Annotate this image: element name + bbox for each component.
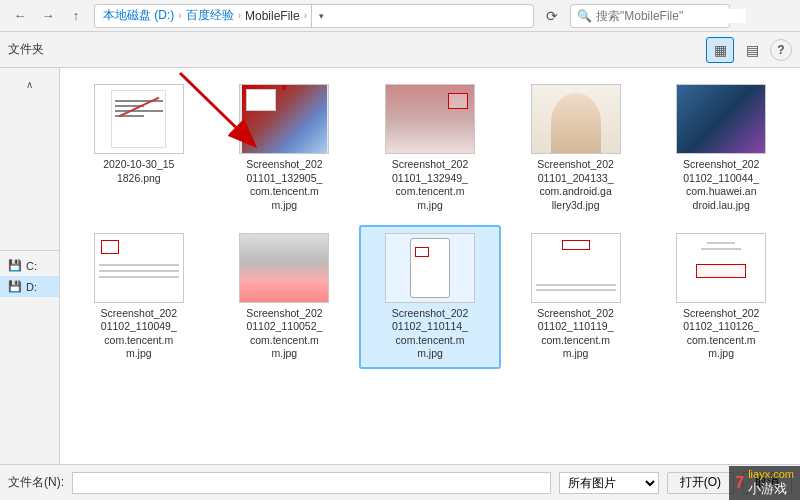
thumb-red-box bbox=[696, 264, 746, 278]
thumb-content-bottom bbox=[536, 281, 616, 294]
thumb-line bbox=[99, 264, 179, 266]
watermark-number: 7 bbox=[735, 474, 744, 492]
sidebar-divider bbox=[0, 250, 59, 251]
back-button[interactable]: ← bbox=[8, 4, 32, 28]
breadcrumb-mobilefile: MobileFile bbox=[245, 9, 300, 23]
thumb-mobile bbox=[410, 238, 450, 298]
file-name: Screenshot_20201101_132905_com.tencent.m… bbox=[246, 158, 322, 213]
thumb-content bbox=[677, 85, 765, 153]
sidebar-drive-d[interactable]: 💾 D: bbox=[0, 276, 59, 297]
file-thumbnail bbox=[94, 233, 184, 303]
sidebar-drive-c[interactable]: 💾 C: bbox=[0, 255, 59, 276]
thumb-white-box bbox=[246, 89, 276, 111]
toolbar-right: ▦ ▤ ? bbox=[706, 37, 792, 63]
thumb-red-rect bbox=[448, 93, 468, 109]
watermark-label: 小游戏 bbox=[748, 481, 787, 496]
file-item[interactable]: Screenshot_20201101_132905_com.tencent.m… bbox=[214, 76, 356, 221]
thumb-person bbox=[532, 85, 620, 153]
thumb-inner bbox=[386, 234, 474, 302]
filetype-select[interactable]: 所有图片 bbox=[559, 472, 659, 494]
search-box: 🔍 bbox=[570, 4, 730, 28]
drive-d-icon: 💾 bbox=[8, 280, 22, 293]
toolbar: 文件夹 ▦ ▤ ? bbox=[0, 32, 800, 68]
file-item[interactable]: Screenshot_20201101_132949_com.tencent.m… bbox=[359, 76, 501, 221]
thumb-inner bbox=[532, 234, 620, 302]
text-line bbox=[115, 110, 163, 112]
thumb-line bbox=[99, 270, 179, 272]
breadcrumb-localdisk[interactable]: 本地磁盘 (D:) bbox=[103, 7, 174, 24]
breadcrumb-sep-1: › bbox=[178, 10, 181, 21]
file-name: Screenshot_20201102_110044_com.huawei.an… bbox=[683, 158, 759, 213]
file-thumbnail bbox=[385, 233, 475, 303]
breadcrumb-sep-2: › bbox=[238, 10, 241, 21]
thumb-text-lines bbox=[115, 97, 163, 120]
file-item[interactable]: Screenshot_20201102_110114_com.tencent.m… bbox=[359, 225, 501, 370]
forward-button[interactable]: → bbox=[36, 4, 60, 28]
up-button[interactable]: ↑ bbox=[64, 4, 88, 28]
thumb-red-box bbox=[101, 240, 119, 254]
thumb-lines bbox=[99, 260, 179, 282]
search-icon: 🔍 bbox=[577, 9, 592, 23]
watermark-site: liayx.com bbox=[748, 468, 794, 480]
drive-c-icon: 💾 bbox=[8, 259, 22, 272]
file-thumbnail bbox=[531, 233, 621, 303]
breadcrumb[interactable]: 本地磁盘 (D:) › 百度经验 › MobileFile › ▾ bbox=[94, 4, 534, 28]
thumb-red-box bbox=[415, 247, 429, 257]
file-item[interactable]: Screenshot_20201102_110044_com.huawei.an… bbox=[650, 76, 792, 221]
file-name: Screenshot_20201102_110119_com.tencent.m… bbox=[537, 307, 613, 362]
thumb-line bbox=[99, 276, 179, 278]
search-input[interactable] bbox=[596, 9, 746, 23]
text-line bbox=[115, 100, 163, 102]
open-button[interactable]: 打开(O) bbox=[667, 472, 734, 494]
view-list-button[interactable]: ▤ bbox=[738, 37, 766, 63]
thumb-inner bbox=[95, 234, 183, 302]
thumb-red-box bbox=[562, 240, 590, 250]
main-content: ∧ 💾 C: 💾 D: bbox=[0, 68, 800, 464]
sidebar: ∧ 💾 C: 💾 D: bbox=[0, 68, 60, 464]
file-name: Screenshot_20201102_110052_com.tencent.m… bbox=[246, 307, 322, 362]
drive-c-label: C: bbox=[26, 260, 37, 272]
file-name: Screenshot_20201102_110114_com.tencent.m… bbox=[392, 307, 468, 362]
filename-input[interactable] bbox=[72, 472, 551, 494]
file-thumbnail bbox=[531, 84, 621, 154]
file-item[interactable]: Screenshot_20201102_110049_com.tencent.m… bbox=[68, 225, 210, 370]
file-grid: 2020-10-30_151826.png Screenshot_2 bbox=[60, 68, 800, 464]
toolbar-section-label: 文件夹 bbox=[8, 41, 44, 58]
sidebar-collapse[interactable]: ∧ bbox=[18, 72, 42, 96]
breadcrumb-baidujingyan[interactable]: 百度经验 bbox=[186, 7, 234, 24]
title-bar: ← → ↑ 本地磁盘 (D:) › 百度经验 › MobileFile › ▾ … bbox=[0, 0, 800, 32]
refresh-button[interactable]: ⟳ bbox=[540, 4, 564, 28]
file-name: Screenshot_20201101_132949_com.tencent.m… bbox=[392, 158, 468, 213]
file-name: 2020-10-30_151826.png bbox=[103, 158, 174, 185]
address-dropdown[interactable]: ▾ bbox=[311, 4, 331, 28]
file-name: Screenshot_20201101_204133_com.android.g… bbox=[537, 158, 613, 213]
file-item[interactable]: Screenshot_20201101_204133_com.android.g… bbox=[505, 76, 647, 221]
file-thumbnail bbox=[94, 84, 184, 154]
file-thumbnail bbox=[239, 84, 329, 154]
filename-label: 文件名(N): bbox=[8, 474, 64, 491]
file-item[interactable]: Screenshot_20201102_110126_com.tencent.m… bbox=[650, 225, 792, 370]
watermark: 7 liayx.com 小游戏 bbox=[729, 466, 800, 500]
file-item[interactable]: Screenshot_20201102_110052_com.tencent.m… bbox=[214, 225, 356, 370]
file-thumbnail bbox=[676, 233, 766, 303]
file-item[interactable]: Screenshot_20201102_110119_com.tencent.m… bbox=[505, 225, 647, 370]
file-thumbnail bbox=[385, 84, 475, 154]
nav-buttons: ← → ↑ bbox=[8, 4, 88, 28]
thumb-line bbox=[536, 284, 616, 286]
thumb-overlay bbox=[242, 85, 327, 153]
file-name: Screenshot_20201102_110126_com.tencent.m… bbox=[683, 307, 759, 362]
thumb-inner bbox=[677, 234, 765, 302]
file-thumbnail bbox=[239, 233, 329, 303]
drive-d-label: D: bbox=[26, 281, 37, 293]
thumb-inner bbox=[111, 90, 166, 148]
file-thumbnail bbox=[676, 84, 766, 154]
view-grid-button[interactable]: ▦ bbox=[706, 37, 734, 63]
help-button[interactable]: ? bbox=[770, 39, 792, 61]
thumb-line bbox=[707, 242, 735, 244]
file-name: Screenshot_20201102_110049_com.tencent.m… bbox=[101, 307, 177, 362]
watermark-text: liayx.com 小游戏 bbox=[748, 468, 794, 498]
thumb-content bbox=[240, 234, 328, 302]
thumb-line bbox=[701, 248, 741, 250]
status-bar: 文件名(N): 所有图片 打开(O) 取消 bbox=[0, 464, 800, 500]
file-item[interactable]: 2020-10-30_151826.png bbox=[68, 76, 210, 221]
